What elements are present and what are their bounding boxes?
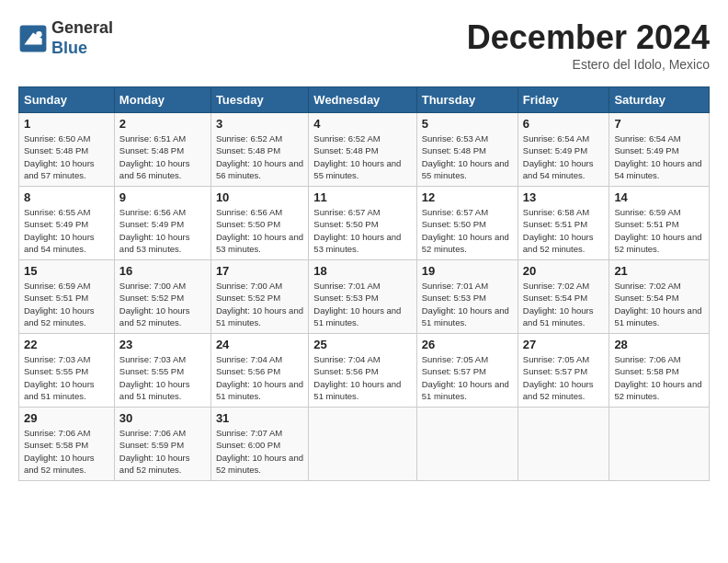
day-cell-31: 31 Sunrise: 7:07 AMSunset: 6:00 PMDaylig… [210,408,308,481]
empty-cell [609,408,710,481]
day-cell-28: 28 Sunrise: 7:06 AMSunset: 5:58 PMDaylig… [609,334,710,408]
day-cell-5: 5 Sunrise: 6:53 AMSunset: 5:48 PMDayligh… [416,113,518,187]
day-info: Sunrise: 7:00 AMSunset: 5:52 PMDaylight:… [216,280,303,328]
day-cell-29: 29 Sunrise: 7:06 AMSunset: 5:58 PMDaylig… [19,408,115,481]
day-number: 10 [216,190,303,204]
day-info: Sunrise: 7:04 AMSunset: 5:56 PMDaylight:… [313,353,411,402]
logo: General Blue [18,18,113,58]
empty-cell [309,408,416,481]
day-info: Sunrise: 6:57 AMSunset: 5:50 PMDaylight:… [313,206,411,255]
day-info: Sunrise: 7:05 AMSunset: 5:57 PMDaylight:… [523,353,605,402]
day-info: Sunrise: 7:02 AMSunset: 5:54 PMDaylight:… [614,280,704,328]
header-cell-sunday: Sunday [19,87,115,113]
day-cell-12: 12 Sunrise: 6:57 AMSunset: 5:50 PMDaylig… [416,187,518,260]
day-number: 27 [523,338,605,351]
day-cell-18: 18 Sunrise: 7:01 AMSunset: 5:53 PMDaylig… [309,260,416,334]
day-number: 29 [24,411,109,425]
header-cell-saturday: Saturday [609,87,710,113]
calendar-title: December 2024 [467,18,710,57]
header-cell-wednesday: Wednesday [309,87,416,113]
day-info: Sunrise: 6:54 AMSunset: 5:49 PMDaylight:… [614,132,704,181]
day-number: 21 [614,264,704,278]
day-number: 22 [24,338,109,351]
calendar-week-4: 22 Sunrise: 7:03 AMSunset: 5:55 PMDaylig… [19,334,710,408]
day-number: 14 [614,190,704,204]
header-cell-friday: Friday [518,87,609,113]
logo-icon [18,24,48,53]
day-cell-2: 2 Sunrise: 6:51 AMSunset: 5:48 PMDayligh… [114,113,210,187]
logo-general: General [51,18,113,37]
empty-cell [416,408,518,481]
day-number: 5 [422,117,513,131]
header-row: SundayMondayTuesdayWednesdayThursdayFrid… [19,87,710,113]
day-info: Sunrise: 6:54 AMSunset: 5:49 PMDaylight:… [523,132,605,181]
day-info: Sunrise: 6:50 AMSunset: 5:48 PMDaylight:… [24,132,109,181]
day-info: Sunrise: 6:52 AMSunset: 5:48 PMDaylight:… [216,132,303,181]
calendar-subtitle: Estero del Idolo, Mexico [467,57,710,72]
day-number: 20 [523,264,605,278]
title-area: December 2024 Estero del Idolo, Mexico [467,18,710,72]
calendar-table: SundayMondayTuesdayWednesdayThursdayFrid… [18,86,710,481]
day-info: Sunrise: 7:06 AMSunset: 5:58 PMDaylight:… [24,427,109,476]
day-info: Sunrise: 6:53 AMSunset: 5:48 PMDaylight:… [422,132,513,181]
logo-blue: Blue [51,39,87,57]
day-number: 28 [614,338,704,351]
day-cell-17: 17 Sunrise: 7:00 AMSunset: 5:52 PMDaylig… [210,260,308,334]
day-cell-19: 19 Sunrise: 7:01 AMSunset: 5:53 PMDaylig… [416,260,518,334]
day-info: Sunrise: 7:02 AMSunset: 5:54 PMDaylight:… [523,280,605,328]
day-number: 15 [24,264,109,278]
day-number: 4 [313,117,411,131]
day-cell-13: 13 Sunrise: 6:58 AMSunset: 5:51 PMDaylig… [518,187,609,260]
day-info: Sunrise: 6:55 AMSunset: 5:49 PMDaylight:… [24,206,109,255]
day-info: Sunrise: 7:03 AMSunset: 5:55 PMDaylight:… [119,353,206,402]
day-cell-22: 22 Sunrise: 7:03 AMSunset: 5:55 PMDaylig… [19,334,115,408]
header: General Blue December 2024 Estero del Id… [18,18,710,72]
day-number: 3 [216,117,303,131]
day-info: Sunrise: 6:57 AMSunset: 5:50 PMDaylight:… [422,206,513,255]
day-number: 31 [216,411,303,425]
day-number: 23 [119,338,206,351]
day-cell-15: 15 Sunrise: 6:59 AMSunset: 5:51 PMDaylig… [19,260,115,334]
day-number: 19 [422,264,513,278]
day-number: 1 [24,117,109,131]
day-number: 6 [523,117,605,131]
day-info: Sunrise: 7:04 AMSunset: 5:56 PMDaylight:… [216,353,303,402]
day-info: Sunrise: 7:06 AMSunset: 5:59 PMDaylight:… [119,427,206,476]
day-number: 2 [119,117,206,131]
day-cell-10: 10 Sunrise: 6:56 AMSunset: 5:50 PMDaylig… [210,187,308,260]
day-info: Sunrise: 7:00 AMSunset: 5:52 PMDaylight:… [119,280,206,328]
day-info: Sunrise: 6:59 AMSunset: 5:51 PMDaylight:… [24,280,109,328]
day-cell-14: 14 Sunrise: 6:59 AMSunset: 5:51 PMDaylig… [609,187,710,260]
day-info: Sunrise: 7:01 AMSunset: 5:53 PMDaylight:… [313,280,411,328]
day-cell-9: 9 Sunrise: 6:56 AMSunset: 5:49 PMDayligh… [114,187,210,260]
day-number: 17 [216,264,303,278]
header-cell-monday: Monday [114,87,210,113]
day-cell-7: 7 Sunrise: 6:54 AMSunset: 5:49 PMDayligh… [609,113,710,187]
day-cell-16: 16 Sunrise: 7:00 AMSunset: 5:52 PMDaylig… [114,260,210,334]
calendar-week-5: 29 Sunrise: 7:06 AMSunset: 5:58 PMDaylig… [19,408,710,481]
day-info: Sunrise: 7:06 AMSunset: 5:58 PMDaylight:… [614,353,704,402]
day-number: 26 [422,338,513,351]
calendar-week-2: 8 Sunrise: 6:55 AMSunset: 5:49 PMDayligh… [19,187,710,260]
header-cell-tuesday: Tuesday [210,87,308,113]
day-info: Sunrise: 6:58 AMSunset: 5:51 PMDaylight:… [523,206,605,255]
day-cell-23: 23 Sunrise: 7:03 AMSunset: 5:55 PMDaylig… [114,334,210,408]
day-number: 12 [422,190,513,204]
day-info: Sunrise: 6:56 AMSunset: 5:50 PMDaylight:… [216,206,303,255]
header-cell-thursday: Thursday [416,87,518,113]
day-info: Sunrise: 7:03 AMSunset: 5:55 PMDaylight:… [24,353,109,402]
day-cell-25: 25 Sunrise: 7:04 AMSunset: 5:56 PMDaylig… [309,334,416,408]
day-number: 18 [313,264,411,278]
day-cell-8: 8 Sunrise: 6:55 AMSunset: 5:49 PMDayligh… [19,187,115,260]
day-number: 24 [216,338,303,351]
svg-point-2 [36,31,41,37]
calendar-week-1: 1 Sunrise: 6:50 AMSunset: 5:48 PMDayligh… [19,113,710,187]
day-number: 25 [313,338,411,351]
calendar-week-3: 15 Sunrise: 6:59 AMSunset: 5:51 PMDaylig… [19,260,710,334]
day-cell-20: 20 Sunrise: 7:02 AMSunset: 5:54 PMDaylig… [518,260,609,334]
day-number: 9 [119,190,206,204]
empty-cell [518,408,609,481]
day-cell-3: 3 Sunrise: 6:52 AMSunset: 5:48 PMDayligh… [210,113,308,187]
day-cell-4: 4 Sunrise: 6:52 AMSunset: 5:48 PMDayligh… [309,113,416,187]
day-info: Sunrise: 7:05 AMSunset: 5:57 PMDaylight:… [422,353,513,402]
